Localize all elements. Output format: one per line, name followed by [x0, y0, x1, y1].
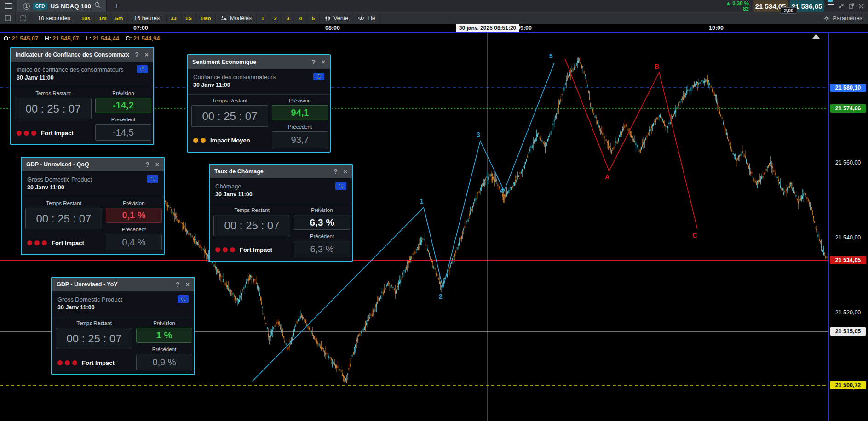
close-icon[interactable]: × [155, 161, 159, 168]
current-timeframe-button[interactable]: 10 secondes [31, 12, 77, 24]
scroll-to-top-arrow[interactable] [812, 34, 820, 39]
timeframe-1m-button[interactable]: 1m [95, 12, 111, 24]
panel-title-bar[interactable]: Indicateur de Confiance des Consommate..… [11, 48, 153, 62]
range-1s-button[interactable]: 1S [181, 12, 196, 24]
impact-dot [17, 131, 22, 136]
impact-dot [223, 247, 228, 252]
range-3j-button[interactable]: 3J [167, 12, 181, 24]
svg-text:1: 1 [420, 198, 424, 205]
layout-3-button[interactable]: 3 [282, 12, 294, 24]
forecast-value: 0,1 % [106, 208, 162, 223]
svg-text:B: B [655, 63, 659, 70]
eye-icon [358, 16, 365, 21]
layout-grid-button[interactable] [16, 12, 31, 24]
search-icon[interactable] [94, 2, 101, 10]
help-icon[interactable]: ? [135, 51, 139, 58]
panel-title-bar[interactable]: GDP - Unrevised - YoY ? × [52, 278, 194, 291]
divider [22, 197, 164, 197]
divider [52, 317, 194, 317]
svg-text:2: 2 [439, 293, 443, 300]
time-left-label: Temps Restant [191, 98, 268, 103]
event-datetime: 30 Janv 11:00 [17, 74, 54, 81]
instrument-tab[interactable]: 1 CFD US NDAQ 100 [17, 0, 107, 12]
timeframe-5m-button[interactable]: 5m [111, 12, 128, 24]
help-icon[interactable]: ? [311, 58, 316, 66]
range-1mo-button[interactable]: 1Mo [196, 12, 216, 24]
panel-title: Sentiment Economique [192, 59, 305, 65]
previous-value: 0,4 % [106, 234, 162, 250]
event-panel-gdp-yoy: GDP - Unrevised - YoY ? × Gross Domestic… [51, 277, 195, 375]
close-icon[interactable]: × [186, 281, 190, 288]
popout-window-icon[interactable] [848, 3, 855, 9]
impact-label: Fort Impact [52, 239, 84, 246]
low-value: 21 544,44 [92, 35, 119, 42]
layout-2-button[interactable]: 2 [269, 12, 282, 24]
impact-dot [193, 138, 198, 143]
collapse-window-icon[interactable] [838, 3, 845, 9]
candlestick-icon [324, 15, 331, 22]
open-label: O: [4, 35, 10, 42]
impact-dot [230, 247, 235, 252]
close-label: C: [126, 35, 132, 42]
layout-5-button[interactable]: 5 [307, 12, 320, 24]
high-label: H: [45, 35, 51, 42]
svg-text:4: 4 [500, 187, 504, 194]
help-icon[interactable]: ? [333, 168, 338, 175]
main-menu-button[interactable] [0, 0, 17, 12]
event-datetime: 30 Janv 11:00 [57, 304, 95, 311]
high-value: 21 545,07 [52, 35, 79, 42]
previous-value: 93,7 [272, 131, 328, 148]
spread-badge: 2,00 [780, 7, 797, 14]
current-range-button[interactable]: 16 heures [127, 12, 167, 24]
panel-title-bar[interactable]: Sentiment Economique ? × [188, 55, 330, 69]
sell-mode-button[interactable]: Vente [320, 12, 353, 24]
panel-title: GDP - Unrevised - QoQ [26, 161, 139, 168]
settings-button[interactable]: Paramètres [818, 12, 868, 24]
panel-title-bar[interactable]: GDP - Unrevised - QoQ ? × [22, 158, 164, 171]
price-axis[interactable]: 21 580,0021 560,0021 540,0021 520,0021 5… [828, 33, 868, 421]
price-level-badge: 21 574,66 [830, 104, 866, 113]
time-tick-label: 09:00 [517, 25, 532, 31]
event-datetime: 30 Janv 11:00 [193, 82, 230, 88]
svg-text:A: A [605, 173, 609, 181]
impact-dot [31, 131, 36, 136]
panel-title-bar[interactable]: Taux de Chômage ? × [210, 165, 352, 178]
impact-indicator: Fort Impact [215, 246, 272, 253]
models-button[interactable]: Modèles [216, 12, 257, 24]
panel-title: GDP - Unrevised - YoY [57, 281, 170, 288]
help-icon[interactable]: ? [176, 281, 180, 288]
close-window-icon[interactable] [858, 3, 864, 9]
impact-dot [65, 360, 70, 365]
previous-label: Précédent [136, 347, 192, 352]
forecast-label: Prévision [106, 200, 162, 206]
close-icon[interactable]: × [322, 58, 325, 66]
change-sub-value: 82 [743, 6, 749, 11]
eu-flag-icon [313, 73, 324, 80]
help-icon[interactable]: ? [145, 161, 149, 168]
event-subtitle: Gross Domestic Product [57, 296, 122, 303]
forecast-label: Prévision [136, 320, 192, 326]
linked-label: Lié [368, 15, 375, 22]
layout-1-button[interactable]: 1 [257, 12, 269, 24]
close-icon[interactable]: × [145, 51, 149, 58]
layout-4-button[interactable]: 4 [294, 12, 307, 24]
countdown-timer: 00 : 25 : 07 [191, 105, 268, 127]
trading-app-window: 1 CFD US NDAQ 100 + ▲ 0,38 % 82 21 534,0… [0, 0, 868, 421]
models-label: Modèles [230, 15, 252, 22]
ohlc-readout: O:21 545,07H:21 545,07L:21 544,44C:21 54… [4, 35, 167, 42]
chart-canvas[interactable]: 12345ABC O:21 545,07H:21 545,07L:21 544,… [0, 33, 828, 421]
event-subtitle: Confiance des consommateurs [193, 74, 276, 80]
chart-list-button[interactable] [0, 12, 16, 24]
new-chart-tab-button[interactable]: + [107, 0, 126, 12]
time-axis[interactable]: 30 janv. 2025 08:51:20 07:0008:0009:0010… [0, 24, 868, 32]
close-icon[interactable]: × [344, 168, 347, 175]
gear-icon [823, 15, 830, 22]
timeframe-10s-button[interactable]: 10s [77, 12, 95, 24]
previous-label: Précédent [272, 124, 328, 130]
previous-label: Précédent [95, 117, 151, 122]
impact-label: Fort Impact [41, 130, 74, 137]
forecast-value: 1 % [136, 328, 192, 343]
linked-button[interactable]: Lié [353, 12, 380, 24]
impact-dot [34, 240, 40, 245]
price-level-badge: 21 500,72 [830, 381, 866, 389]
